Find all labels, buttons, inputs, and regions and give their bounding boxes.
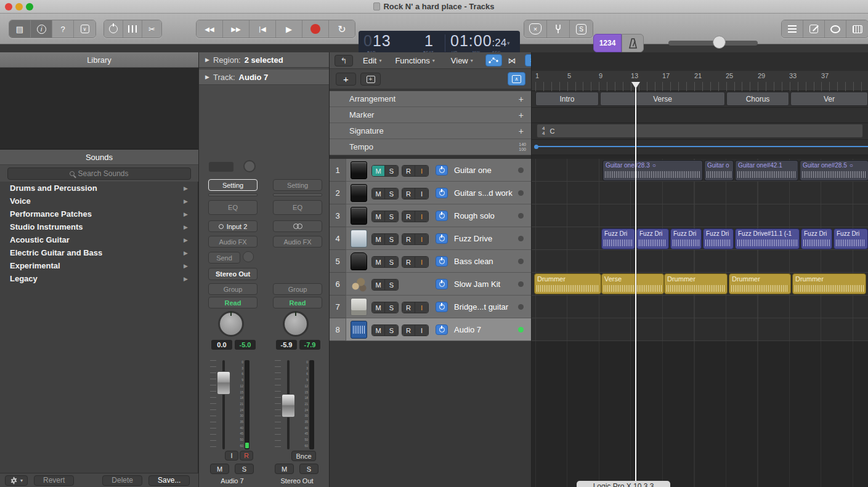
- pan-value[interactable]: 0.0: [211, 340, 232, 350]
- audio-region[interactable]: Fuzz Dri: [801, 228, 832, 249]
- arrangement-marker[interactable]: Ver: [790, 92, 868, 106]
- global-track-row[interactable]: Marker +: [330, 107, 531, 123]
- library-list-item[interactable]: Legacy ▶: [0, 272, 198, 285]
- library-list-item[interactable]: Voice ▶: [0, 195, 198, 207]
- track-power-button[interactable]: [436, 324, 448, 335]
- track-name[interactable]: Guitar s...d work: [454, 188, 513, 198]
- region-inspector-header[interactable]: ▶ Region:2 selected: [199, 52, 329, 68]
- track-row[interactable]: 7 M S R I Bridge...t guitar: [330, 296, 531, 318]
- track-power-button[interactable]: [436, 302, 448, 312]
- metronome-button[interactable]: [622, 34, 644, 52]
- count-in-button[interactable]: 1234: [593, 34, 622, 52]
- track-mute-button[interactable]: M: [372, 188, 385, 199]
- bar-ruler[interactable]: 15913172125293337: [532, 71, 868, 91]
- track-input-monitor-button[interactable]: I: [415, 211, 428, 222]
- functions-menu[interactable]: Functions▾: [395, 56, 434, 65]
- audio-region[interactable]: Drummer: [729, 273, 791, 294]
- playhead-handle[interactable]: [631, 82, 640, 89]
- output-automation-button[interactable]: Read: [273, 297, 322, 308]
- track-solo-button[interactable]: S: [385, 302, 398, 313]
- channel-automation-button[interactable]: Read: [208, 297, 258, 308]
- track-mute-button[interactable]: M: [372, 234, 385, 244]
- output-volume-value[interactable]: -7.9: [299, 340, 320, 350]
- output-audiofx-button[interactable]: Audio FX: [273, 236, 322, 248]
- output-preset-bar[interactable]: [273, 193, 322, 196]
- output-solo-button[interactable]: S: [299, 464, 318, 474]
- output-mute-button[interactable]: M: [275, 464, 294, 474]
- global-track-row[interactable]: Arrangement +: [330, 91, 531, 107]
- channel-mute-button[interactable]: M: [210, 464, 229, 474]
- automation-button[interactable]: [485, 54, 502, 66]
- library-list-item[interactable]: Acoustic Guitar ▶: [0, 233, 198, 246]
- inspector-toggle-button[interactable]: i: [31, 20, 52, 38]
- track-header-config-button[interactable]: ∧: [508, 72, 525, 86]
- track-name[interactable]: Slow Jam Kit: [454, 280, 500, 289]
- channel-solo-button[interactable]: S: [235, 464, 254, 474]
- master-volume-slider[interactable]: [668, 37, 758, 48]
- track-record-button[interactable]: R: [402, 325, 415, 336]
- audio-region[interactable]: Fuzz Dri: [703, 228, 734, 249]
- track-power-button[interactable]: [436, 233, 448, 244]
- track-record-button[interactable]: R: [402, 211, 415, 222]
- no-input-monitoring-button[interactable]: ×: [524, 20, 547, 38]
- track-mute-button[interactable]: M: [372, 325, 385, 336]
- track-input-monitor-button[interactable]: I: [415, 257, 428, 267]
- audio-region[interactable]: Fuzz Dri: [601, 228, 635, 249]
- tempo-automation-point[interactable]: [534, 145, 538, 149]
- delete-button[interactable]: Delete: [102, 475, 142, 486]
- track-row[interactable]: 2 M S R I Guitar s...d work: [330, 182, 531, 204]
- record-enable-button[interactable]: R: [240, 451, 253, 461]
- cycle-button[interactable]: ↻: [329, 20, 355, 38]
- track-solo-button[interactable]: S: [385, 257, 398, 267]
- track-name[interactable]: Fuzz Drive: [454, 234, 492, 243]
- list-editors-button[interactable]: [782, 20, 803, 38]
- track-power-button[interactable]: [436, 211, 448, 221]
- volume-value[interactable]: -5.0: [235, 340, 256, 350]
- mixer-button[interactable]: [123, 20, 142, 38]
- channel-group-button[interactable]: Group: [208, 283, 258, 295]
- tuner-button[interactable]: [547, 20, 570, 38]
- channel-eq-button[interactable]: EQ: [208, 200, 258, 215]
- track-row[interactable]: 4 M S R I Fuzz Drive: [330, 227, 531, 250]
- output-fader-thumb[interactable]: [282, 394, 295, 417]
- volume-fader-thumb[interactable]: [217, 371, 230, 395]
- track-record-button[interactable]: R: [402, 234, 415, 244]
- search-sounds-input[interactable]: Search Sounds: [7, 167, 191, 180]
- track-solo-button[interactable]: S: [385, 166, 398, 176]
- track-lanes[interactable]: [532, 159, 868, 341]
- channel-input-button[interactable]: Input 2: [208, 220, 258, 232]
- marker-lane[interactable]: [532, 108, 868, 123]
- library-action-gear-button[interactable]: ▾: [5, 475, 28, 486]
- audio-region[interactable]: Drummer: [534, 273, 601, 294]
- play-button[interactable]: ▶: [276, 20, 302, 38]
- signature-marker[interactable]: 44 C: [537, 124, 863, 138]
- track-name[interactable]: Guitar one: [454, 166, 492, 175]
- output-pan-knob[interactable]: [283, 311, 309, 337]
- edit-menu[interactable]: Edit▾: [363, 56, 381, 65]
- lcd-display[interactable]: 013 BAR 1 BEAT 01:00:24 HR MIN SEC ▾: [359, 31, 520, 55]
- output-group-button[interactable]: Group: [273, 283, 322, 295]
- track-mute-button[interactable]: M: [372, 257, 385, 267]
- bounce-button[interactable]: Bnce: [291, 451, 316, 461]
- audio-region[interactable]: Guitar one#28.5○: [800, 160, 868, 181]
- channel-audiofx-button[interactable]: Audio FX: [208, 236, 258, 248]
- track-name[interactable]: Audio 7: [454, 325, 481, 334]
- track-row[interactable]: 3 M S R I Rough solo: [330, 204, 531, 227]
- track-record-button[interactable]: R: [402, 302, 415, 313]
- track-mute-button[interactable]: M: [372, 211, 385, 222]
- global-track-row[interactable]: Tempo 140100: [330, 139, 531, 155]
- arrangement-marker[interactable]: Intro: [535, 92, 599, 106]
- channel-setting-button[interactable]: Setting: [208, 179, 258, 191]
- audio-region[interactable]: Fuzz Dri: [834, 228, 868, 249]
- add-track-button[interactable]: +: [336, 73, 356, 86]
- channel-send-button[interactable]: Send: [208, 252, 240, 264]
- playhead-line[interactable]: [635, 82, 636, 487]
- gain-display[interactable]: [209, 162, 233, 172]
- track-solo-button[interactable]: S: [385, 234, 398, 244]
- back-navigation-button[interactable]: ↰: [335, 55, 353, 66]
- output-setting-button[interactable]: Setting: [273, 179, 322, 191]
- track-record-button[interactable]: R: [402, 188, 415, 199]
- library-list-item[interactable]: Drums and Percussion ▶: [0, 182, 198, 195]
- audio-region[interactable]: Verse: [601, 273, 664, 294]
- audio-region[interactable]: Guitar one#28.3○: [602, 160, 703, 181]
